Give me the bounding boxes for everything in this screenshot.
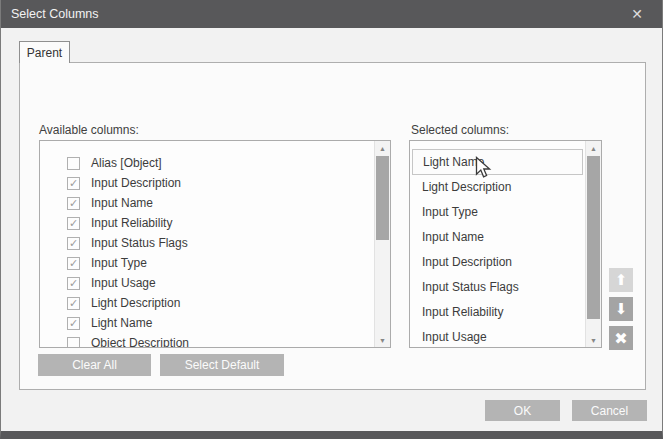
- available-columns-label: Available columns:: [39, 123, 139, 137]
- title-bar: Select Columns ✕: [1, 0, 662, 28]
- available-column-row[interactable]: ✓Light Description: [40, 293, 374, 313]
- available-column-row[interactable]: ✓Light Name: [40, 313, 374, 333]
- dialog-title: Select Columns: [11, 7, 99, 21]
- available-columns-rows: Alias [Object]✓Input Description✓Input N…: [40, 141, 374, 347]
- checkbox-checked-icon[interactable]: ✓: [67, 277, 80, 290]
- select-default-button[interactable]: Select Default: [160, 354, 284, 376]
- clear-all-button[interactable]: Clear All: [38, 354, 151, 376]
- down-arrow-icon: ⬇: [615, 300, 628, 318]
- checkbox-checked-icon[interactable]: ✓: [67, 177, 80, 190]
- scrollbar-thumb[interactable]: [376, 156, 389, 240]
- checkbox-checked-icon[interactable]: ✓: [67, 257, 80, 270]
- available-column-label: Alias [Object]: [80, 156, 162, 170]
- selected-column-row[interactable]: Input Usage: [410, 325, 585, 347]
- selected-column-row[interactable]: Input Description: [410, 250, 585, 275]
- select-columns-dialog: Select Columns ✕ Parent Available column…: [0, 0, 663, 439]
- checkbox-checked-icon[interactable]: ✓: [67, 217, 80, 230]
- available-column-label: Input Reliability: [80, 216, 172, 230]
- selected-column-row[interactable]: Input Type: [410, 200, 585, 225]
- selected-columns-label: Selected columns:: [411, 123, 509, 137]
- available-scrollbar[interactable]: ▲ ▼: [374, 141, 390, 347]
- available-column-row[interactable]: Alias [Object]: [40, 153, 374, 173]
- scroll-down-icon[interactable]: ▼: [375, 333, 390, 347]
- cancel-button[interactable]: Cancel: [572, 400, 647, 421]
- available-column-row[interactable]: ✓Input Name: [40, 193, 374, 213]
- scroll-up-icon[interactable]: ▲: [586, 141, 601, 155]
- up-arrow-icon: ⬆: [615, 271, 628, 289]
- available-column-row[interactable]: ✓Input Status Flags: [40, 233, 374, 253]
- move-down-button[interactable]: ⬇: [609, 297, 633, 321]
- available-column-label: Input Type: [80, 256, 147, 270]
- selected-column-row[interactable]: Light Description: [410, 175, 585, 200]
- available-column-row[interactable]: ✓Input Reliability: [40, 213, 374, 233]
- selected-column-row[interactable]: Input Name: [410, 225, 585, 250]
- checkbox-unchecked-icon[interactable]: [67, 337, 80, 348]
- remove-icon: ✖: [614, 329, 627, 348]
- available-columns-listbox[interactable]: Alias [Object]✓Input Description✓Input N…: [39, 140, 391, 348]
- scroll-down-icon[interactable]: ▼: [586, 333, 601, 347]
- available-column-label: Light Description: [80, 296, 180, 310]
- move-up-button[interactable]: ⬆: [609, 268, 633, 292]
- selected-scrollbar[interactable]: ▲ ▼: [585, 141, 601, 347]
- available-column-label: Input Name: [80, 196, 153, 210]
- checkbox-checked-icon[interactable]: ✓: [67, 297, 80, 310]
- remove-column-button[interactable]: ✖: [609, 326, 633, 350]
- scrollbar-thumb[interactable]: [587, 156, 600, 319]
- selected-columns-listbox[interactable]: Light NameLight DescriptionInput TypeInp…: [409, 140, 602, 348]
- tab-parent-label: Parent: [27, 46, 62, 60]
- checkbox-checked-icon[interactable]: ✓: [67, 237, 80, 250]
- available-column-label: Light Name: [80, 316, 152, 330]
- scroll-up-icon[interactable]: ▲: [375, 141, 390, 155]
- available-column-row[interactable]: ✓Input Usage: [40, 273, 374, 293]
- available-column-label: Input Status Flags: [80, 236, 188, 250]
- checkbox-checked-icon[interactable]: ✓: [67, 317, 80, 330]
- available-column-row[interactable]: ✓Input Type: [40, 253, 374, 273]
- selected-columns-rows: Light NameLight DescriptionInput TypeInp…: [410, 141, 585, 347]
- ok-button[interactable]: OK: [485, 400, 560, 421]
- available-column-label: Object Description: [80, 336, 189, 347]
- selected-column-row[interactable]: Input Reliability: [410, 300, 585, 325]
- available-column-label: Input Usage: [80, 276, 156, 290]
- available-column-row[interactable]: Object Description: [40, 333, 374, 347]
- tab-parent[interactable]: Parent: [19, 41, 70, 63]
- checkbox-unchecked-icon[interactable]: [67, 157, 80, 170]
- checkbox-checked-icon[interactable]: ✓: [67, 197, 80, 210]
- selected-column-row[interactable]: Light Name: [412, 149, 583, 175]
- available-column-label: Input Description: [80, 176, 181, 190]
- close-icon[interactable]: ✕: [620, 0, 654, 28]
- selected-column-row[interactable]: Input Status Flags: [410, 275, 585, 300]
- available-column-row[interactable]: ✓Input Description: [40, 173, 374, 193]
